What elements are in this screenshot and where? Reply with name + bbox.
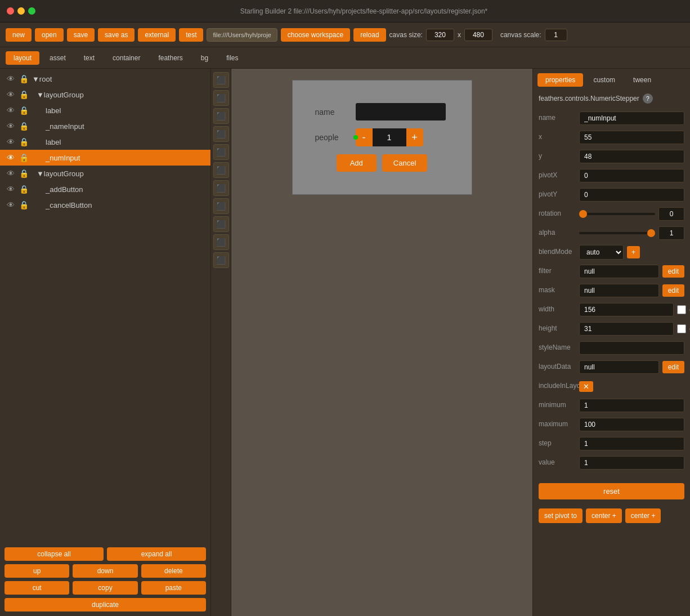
tool-anchor[interactable]: ⬛ — [213, 216, 229, 232]
blendmode-plus-button[interactable]: + — [627, 246, 640, 258]
tab-feathers[interactable]: feathers — [150, 51, 190, 65]
delete-button[interactable]: delete — [141, 564, 206, 578]
prop-alpha-input[interactable] — [658, 226, 684, 240]
visibility-icon[interactable]: 👁 — [7, 137, 16, 146]
prop-minimum-input[interactable] — [579, 399, 684, 412]
visibility-icon[interactable]: 👁 — [7, 74, 16, 83]
lock-icon[interactable]: 🔒 — [19, 74, 29, 83]
tree-item-addbutton[interactable]: 👁 🔒 _addButton — [0, 181, 210, 197]
prop-height-explicit-checkbox[interactable] — [677, 324, 686, 333]
choose-workspace-button[interactable]: choose workspace — [281, 28, 350, 42]
test-button[interactable]: test — [179, 28, 203, 42]
expand-all-button[interactable]: expand all — [107, 547, 206, 561]
save-as-button[interactable]: save as — [98, 28, 135, 42]
prop-layoutdata-edit-button[interactable]: edit — [662, 361, 684, 373]
save-button[interactable]: save — [67, 28, 95, 42]
tab-container[interactable]: container — [105, 51, 148, 65]
prop-blendmode-select[interactable]: auto normal multiply — [579, 245, 624, 260]
tree-item-layoutgroup-2[interactable]: 👁 🔒 ▼layoutGroup — [0, 166, 210, 181]
help-button[interactable]: ? — [643, 93, 653, 104]
lock-icon[interactable]: 🔒 — [19, 200, 29, 209]
prop-x-input[interactable] — [579, 131, 684, 144]
canvas-height-input[interactable] — [464, 29, 492, 41]
prop-filter-input[interactable] — [579, 265, 659, 278]
center-h-button[interactable]: center + — [586, 508, 622, 523]
tool-resize[interactable]: ⬛ — [213, 198, 229, 214]
tool-align-top[interactable]: ⬛ — [213, 72, 229, 88]
props-tab-tween[interactable]: tween — [625, 73, 659, 87]
prop-y-input[interactable] — [579, 150, 684, 163]
tool-align-mid[interactable]: ⬛ — [213, 90, 229, 106]
prop-pivoty-input[interactable] — [579, 188, 684, 202]
maximize-button[interactable] — [28, 7, 35, 15]
set-pivot-to-button[interactable]: set pivot to — [539, 508, 583, 523]
down-button[interactable]: down — [73, 564, 137, 578]
tree-item-label-2[interactable]: 👁 🔒 label — [0, 134, 210, 150]
tool-group[interactable]: ⬛ — [213, 252, 229, 268]
tool-fit[interactable]: ⬛ — [213, 234, 229, 250]
lock-icon[interactable]: 🔒 — [19, 137, 29, 146]
prop-filter-edit-button[interactable]: edit — [662, 265, 684, 278]
prop-layoutdata-input[interactable] — [579, 360, 659, 374]
external-button[interactable]: external — [138, 28, 176, 42]
tool-padding[interactable]: ⬛ — [213, 180, 229, 196]
lock-icon[interactable]: 🔒 — [19, 122, 29, 131]
reset-button[interactable]: reset — [539, 483, 684, 499]
prop-height-input[interactable] — [579, 322, 674, 336]
file-path-button[interactable]: file:///Users/hyh/proje — [207, 28, 277, 42]
tab-files[interactable]: files — [218, 51, 246, 65]
prop-mask-edit-button[interactable]: edit — [662, 284, 684, 297]
tree-item-cancelbutton[interactable]: 👁 🔒 _cancelButton — [0, 197, 210, 213]
tool-align-bottom[interactable]: ⬛ — [213, 108, 229, 124]
add-button[interactable]: Add — [337, 154, 377, 172]
tree-item-numinput[interactable]: 👁 🔒 _numInput — [0, 150, 210, 166]
lock-icon[interactable]: 🔒 — [19, 169, 29, 178]
reload-button[interactable]: reload — [353, 28, 386, 42]
new-button[interactable]: new — [6, 28, 32, 42]
props-tab-properties[interactable]: properties — [537, 73, 583, 87]
cancel-button[interactable]: Cancel — [382, 154, 427, 172]
collapse-all-button[interactable]: collapse all — [5, 547, 104, 561]
minimize-button[interactable] — [17, 7, 25, 15]
tree-item-layoutgroup-1[interactable]: 👁 🔒 ▼layoutGroup — [0, 87, 210, 102]
canvas-scale-input[interactable] — [545, 29, 567, 41]
visibility-icon[interactable]: 👁 — [7, 185, 16, 194]
tool-distribute-h[interactable]: ⬛ — [213, 126, 229, 142]
tree-item-root[interactable]: 👁 🔒 ▼root — [0, 71, 210, 87]
prop-stylename-input[interactable] — [579, 341, 684, 355]
prop-rotation-input[interactable] — [658, 207, 684, 221]
visibility-icon[interactable]: 👁 — [7, 122, 16, 131]
prop-name-input[interactable] — [579, 111, 684, 125]
prop-maximum-input[interactable] — [579, 418, 684, 431]
prop-width-explicit-checkbox[interactable] — [677, 305, 686, 314]
prop-mask-input[interactable] — [579, 284, 659, 297]
open-button[interactable]: open — [35, 28, 64, 42]
center-v-button[interactable]: center + — [625, 508, 661, 523]
prop-width-input[interactable] — [579, 303, 674, 316]
up-button[interactable]: up — [5, 564, 69, 578]
tool-distribute-v[interactable]: ⬛ — [213, 144, 229, 160]
tree-item-nameinput[interactable]: 👁 🔒 _nameInput — [0, 118, 210, 134]
visibility-icon[interactable]: 👁 — [7, 169, 16, 178]
tab-asset[interactable]: asset — [42, 51, 74, 65]
lock-icon[interactable]: 🔒 — [19, 90, 29, 99]
lock-icon[interactable]: 🔒 — [19, 153, 29, 162]
prop-alpha-slider[interactable] — [579, 232, 655, 234]
tab-layout[interactable]: layout — [6, 51, 39, 65]
tab-text[interactable]: text — [76, 51, 102, 65]
copy-button[interactable]: copy — [73, 581, 137, 595]
tool-spacing[interactable]: ⬛ — [213, 162, 229, 178]
stepper-value-input[interactable] — [373, 128, 406, 146]
stepper-plus-button[interactable]: + — [406, 128, 423, 146]
tab-bg[interactable]: bg — [193, 51, 216, 65]
prop-includeinlayout-x-button[interactable]: ✕ — [579, 381, 593, 392]
lock-icon[interactable]: 🔒 — [19, 185, 29, 194]
prop-pivotx-input[interactable] — [579, 169, 684, 182]
stepper-minus-button[interactable]: - — [356, 128, 373, 146]
close-button[interactable] — [7, 7, 14, 15]
visibility-icon[interactable]: 👁 — [7, 200, 16, 209]
cut-button[interactable]: cut — [5, 581, 69, 595]
prop-rotation-slider[interactable] — [579, 213, 655, 215]
visibility-icon[interactable]: 👁 — [7, 106, 16, 115]
duplicate-button[interactable]: duplicate — [5, 598, 206, 611]
